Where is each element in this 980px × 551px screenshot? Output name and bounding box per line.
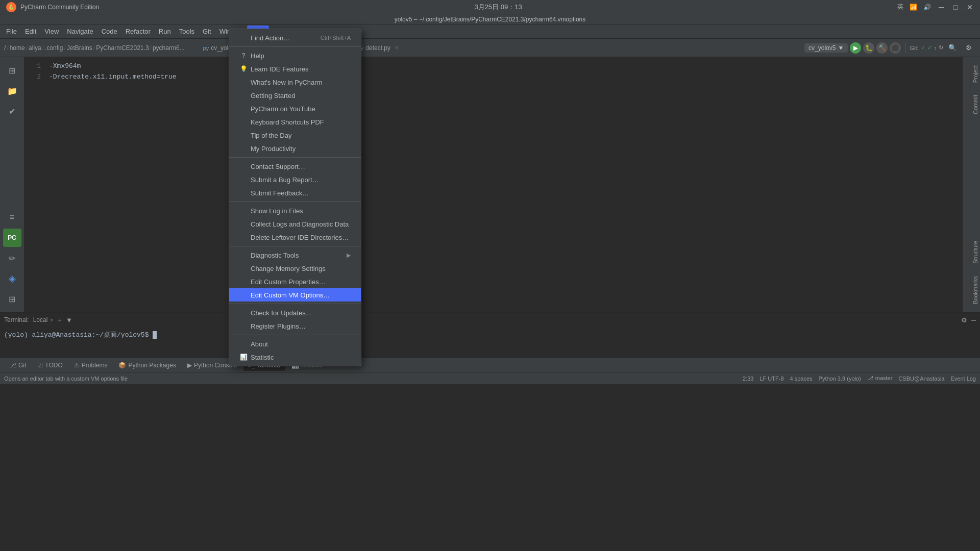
log-icon [239, 207, 248, 215]
menu-collect-logs[interactable]: Collect Logs and Diagnostic Data [229, 217, 361, 231]
code-line-content-2: -Drecreate.x11.input.method=true [49, 72, 177, 83]
menu-file[interactable]: File [2, 26, 21, 37]
menu-register-plugins[interactable]: Register Plugins… [229, 319, 361, 333]
right-gutter [963, 57, 970, 312]
breadcrumb-config[interactable]: .config [45, 44, 63, 52]
minimize-button[interactable]: ─ [937, 3, 945, 11]
menu-submit-bug[interactable]: Submit a Bug Report… [229, 173, 361, 186]
bottom-tabs: ⎇ Git ☑ TODO ⚠ Problems 📦 Python Package… [0, 358, 980, 372]
menu-youtube[interactable]: PyCharm on YouTube [229, 102, 361, 115]
menu-run[interactable]: Run [155, 26, 175, 37]
vert-label-commit[interactable]: Commit [970, 91, 981, 118]
run-config-selector[interactable]: cv_yolov5 ▼ [804, 43, 848, 53]
learn-ide-icon: 💡 [239, 65, 248, 73]
vert-label-project[interactable]: Project [970, 61, 981, 87]
sidebar-icon-vscode[interactable]: ◈ [3, 269, 21, 288]
line-number-2: 2 [29, 72, 41, 83]
sidebar-icon-project[interactable]: 📁 [3, 82, 21, 100]
vert-label-structure[interactable]: Structure [970, 237, 981, 268]
terminal-content[interactable]: (yolo) aliya@Anastasia:~/桌面/yolov5$ [0, 327, 980, 358]
search-everywhere-button[interactable]: 🔍 [945, 41, 960, 55]
menu-show-log[interactable]: Show Log in Files [229, 204, 361, 217]
breadcrumb-jetbrains[interactable]: JetBrains [67, 44, 92, 52]
breadcrumb-file[interactable]: pycharm6... [153, 44, 185, 52]
debug-button[interactable]: 🐛 [863, 42, 874, 54]
vert-labels: Project Commit Structure Bookmarks [970, 57, 980, 312]
help-dropdown-menu: Find Action… Ctrl+Shift+A ? Help 💡 Learn… [229, 29, 361, 366]
terminal-tab-local[interactable]: Local ✕ [33, 316, 54, 323]
bottom-tab-python-packages[interactable]: 📦 Python Packages [113, 360, 181, 371]
build-button[interactable]: 🔨 [876, 42, 888, 54]
sidebar-icon-pycharm[interactable]: PC [3, 229, 21, 247]
menu-edit-custom-vm[interactable]: Edit Custom VM Options… [229, 288, 361, 302]
menu-submit-feedback[interactable]: Submit Feedback… [229, 186, 361, 199]
maximize-button[interactable]: □ [951, 3, 960, 11]
menu-help-item[interactable]: ? Help [229, 49, 361, 62]
git-label: Git: [910, 45, 918, 51]
menu-about[interactable]: About [229, 337, 361, 350]
menu-check-updates[interactable]: Check for Updates… [229, 306, 361, 319]
menu-contact-support[interactable]: Contact Support… [229, 160, 361, 173]
menu-edit[interactable]: Edit [21, 26, 40, 37]
close-button[interactable]: ✕ [966, 3, 974, 11]
terminal-minimize-icon[interactable]: ─ [971, 316, 976, 324]
status-bar-left: Opens an editor tab with a custom VM opt… [4, 375, 128, 382]
separator-1 [229, 46, 361, 47]
menu-view[interactable]: View [40, 26, 63, 37]
separator-3 [229, 202, 361, 202]
sidebar-icon-edit[interactable]: ✏ [3, 249, 21, 267]
indent-indicator[interactable]: 4 spaces [790, 375, 813, 382]
breadcrumb-home[interactable]: home [10, 44, 25, 52]
stop-button[interactable]: ⬛ [890, 42, 901, 54]
toolbar: / / home / aliya / .config / JetBrains /… [0, 39, 980, 57]
bottom-tab-problems[interactable]: ⚠ Problems [69, 360, 113, 371]
menu-git[interactable]: Git [199, 26, 215, 37]
git-branch[interactable]: ⎇ master [867, 375, 893, 382]
menu-delete-leftover[interactable]: Delete Leftover IDE Directories… [229, 231, 361, 244]
tab-close-detect[interactable]: ✕ [395, 45, 399, 51]
menu-code[interactable]: Code [97, 26, 121, 37]
menu-refactor[interactable]: Refactor [121, 26, 155, 37]
editor-content: 1 -Xmx964m 2 -Drecreate.x11.input.method… [24, 57, 963, 312]
chevron-down-icon: ▼ [838, 44, 844, 52]
menu-edit-custom-props[interactable]: Edit Custom Properties… [229, 275, 361, 288]
menu-keyboard-pdf[interactable]: Keyboard Shortcuts PDF [229, 115, 361, 129]
separator-5 [229, 304, 361, 304]
line-ending[interactable]: LF UTF-8 [760, 375, 783, 382]
sidebar-icon-structure[interactable]: ≡ [3, 208, 21, 227]
terminal-settings-icon[interactable]: ⚙ [961, 316, 967, 324]
menu-diagnostic-tools[interactable]: Diagnostic Tools ▶ [229, 248, 361, 262]
breadcrumb-pycharm[interactable]: PyCharmCE2021.3 [96, 44, 149, 52]
custom-vm-icon [239, 291, 248, 299]
menu-whats-new[interactable]: What's New in PyCharm [229, 76, 361, 89]
event-log[interactable]: Event Log [950, 375, 976, 382]
sidebar-icon-commit[interactable]: ✔ [3, 102, 21, 120]
breadcrumb-root[interactable]: / [4, 44, 6, 52]
bottom-tab-git[interactable]: ⎇ Git [4, 360, 31, 371]
menu-getting-started[interactable]: Getting Started [229, 89, 361, 102]
terminal-chevron-icon[interactable]: ▼ [66, 316, 72, 324]
terminal-tab-close[interactable]: ✕ [50, 317, 54, 323]
sidebar-icon-apps[interactable]: ⊞ [3, 290, 21, 308]
cursor-position[interactable]: 2:33 [743, 375, 753, 382]
menu-learn-ide[interactable]: 💡 Learn IDE Features [229, 62, 361, 76]
menu-tip-of-day[interactable]: Tip of the Day [229, 129, 361, 142]
problems-tab-icon: ⚠ [74, 362, 80, 369]
run-button[interactable]: ▶ [850, 42, 861, 54]
git-refresh-icon: ↻ [939, 44, 943, 51]
menu-change-memory[interactable]: Change Memory Settings [229, 262, 361, 275]
breadcrumb-user[interactable]: aliya [29, 44, 41, 52]
add-terminal-icon[interactable]: + [58, 316, 62, 324]
menu-tools[interactable]: Tools [175, 26, 199, 37]
menu-navigate[interactable]: Navigate [63, 26, 97, 37]
vert-label-bookmarks[interactable]: Bookmarks [970, 272, 981, 308]
datetime: 3月25日 09：13 [474, 3, 522, 12]
menu-statistic[interactable]: 📊 Statistic [229, 350, 361, 364]
bottom-tab-todo[interactable]: ☑ TODO [32, 360, 67, 371]
settings-button[interactable]: ⚙ [962, 41, 976, 55]
editor-area: 1 -Xmx964m 2 -Drecreate.x11.input.method… [24, 57, 963, 312]
menu-find-action[interactable]: Find Action… Ctrl+Shift+A [229, 31, 361, 44]
python-version[interactable]: Python 3.9 (yolo) [819, 375, 861, 382]
sidebar-icon-terminal[interactable]: ⊞ [3, 61, 21, 80]
menu-my-productivity[interactable]: My Productivity [229, 142, 361, 155]
